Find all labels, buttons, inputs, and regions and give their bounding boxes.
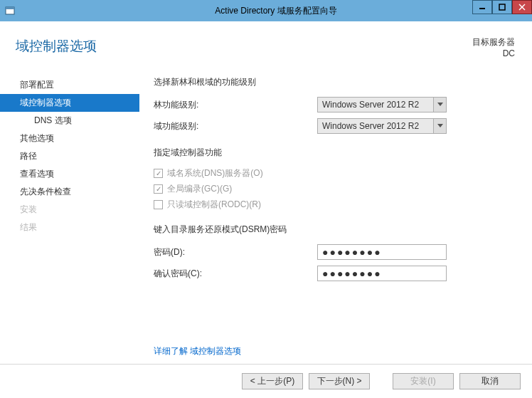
sidebar-item-install: 安装: [0, 201, 139, 219]
sidebar-item-deploy[interactable]: 部署配置: [0, 76, 139, 94]
checkbox-rodc: 只读域控制器(RODC)(R): [154, 199, 504, 211]
sidebar-item-dc-options[interactable]: 域控制器选项: [0, 94, 139, 112]
checkbox-dns-box: [154, 169, 163, 178]
password-input[interactable]: ●●●●●●●●: [317, 244, 447, 260]
domain-level-label: 域功能级别:: [154, 120, 317, 132]
domain-level-select[interactable]: Windows Server 2012 R2: [317, 118, 447, 134]
checkbox-dns-label: 域名系统(DNS)服务器(O): [167, 167, 263, 179]
target-value: DC: [472, 48, 515, 60]
svg-rect-3: [499, 4, 505, 10]
section-capabilities: 指定域控制器功能: [154, 147, 504, 159]
forest-level-label: 林功能级别:: [154, 99, 317, 111]
checkbox-gc: 全局编录(GC)(G): [154, 183, 504, 195]
sidebar-item-paths[interactable]: 路径: [0, 147, 139, 165]
maximize-button[interactable]: [492, 0, 512, 14]
chevron-down-icon: [433, 119, 446, 133]
sidebar-item-prereq[interactable]: 先决条件检查: [0, 183, 139, 201]
confirm-password-value: ●●●●●●●●: [322, 268, 382, 279]
svg-marker-7: [437, 124, 443, 127]
checkbox-rodc-box: [154, 200, 163, 209]
header: 域控制器选项 目标服务器 DC: [0, 21, 532, 66]
previous-button[interactable]: < 上一步(P): [242, 373, 303, 389]
main-pane: 选择新林和根域的功能级别 林功能级别: Windows Server 2012 …: [139, 73, 532, 364]
sidebar-item-additional[interactable]: 其他选项: [0, 130, 139, 147]
checkbox-rodc-label: 只读域控制器(RODC)(R): [167, 199, 261, 211]
more-info-link[interactable]: 详细了解 域控制器选项: [154, 346, 241, 356]
next-button[interactable]: 下一步(N) >: [309, 373, 370, 389]
sidebar-item-results: 结果: [0, 219, 139, 236]
checkbox-dns: 域名系统(DNS)服务器(O): [154, 167, 504, 179]
window-title: Active Directory 域服务配置向导: [20, 5, 532, 17]
footer: < 上一步(P) 下一步(N) > 安装(I) 取消: [0, 364, 532, 398]
forest-level-select[interactable]: Windows Server 2012 R2: [317, 97, 447, 112]
password-label: 密码(D):: [154, 246, 317, 258]
password-value: ●●●●●●●●: [322, 246, 382, 258]
svg-rect-1: [6, 7, 14, 9]
checkbox-gc-label: 全局编录(GC)(G): [167, 183, 232, 195]
cancel-button[interactable]: 取消: [459, 373, 521, 389]
window-controls: [472, 0, 532, 16]
titlebar: Active Directory 域服务配置向导: [0, 0, 532, 21]
target-label: 目标服务器: [472, 37, 515, 48]
sidebar: 部署配置 域控制器选项 DNS 选项 其他选项 路径 查看选项 先决条件检查 安…: [0, 73, 139, 364]
sidebar-item-dns-options[interactable]: DNS 选项: [0, 112, 139, 130]
checkbox-gc-box: [154, 184, 163, 194]
confirm-password-input[interactable]: ●●●●●●●●: [317, 266, 447, 281]
close-button[interactable]: [512, 0, 532, 14]
page-title: 域控制器选项: [16, 37, 472, 56]
minimize-button[interactable]: [472, 0, 492, 14]
domain-level-value: Windows Server 2012 R2: [322, 121, 419, 131]
target-server: 目标服务器 DC: [472, 37, 515, 59]
section-dsrm: 键入目录服务还原模式(DSRM)密码: [154, 224, 504, 236]
chevron-down-icon: [433, 98, 446, 112]
svg-marker-6: [437, 103, 443, 106]
sidebar-item-review[interactable]: 查看选项: [0, 165, 139, 183]
section-functional-levels: 选择新林和根域的功能级别: [154, 76, 504, 88]
confirm-password-label: 确认密码(C):: [154, 268, 317, 280]
app-icon: [0, 0, 20, 21]
install-button: 安装(I): [393, 373, 454, 389]
forest-level-value: Windows Server 2012 R2: [322, 100, 419, 110]
